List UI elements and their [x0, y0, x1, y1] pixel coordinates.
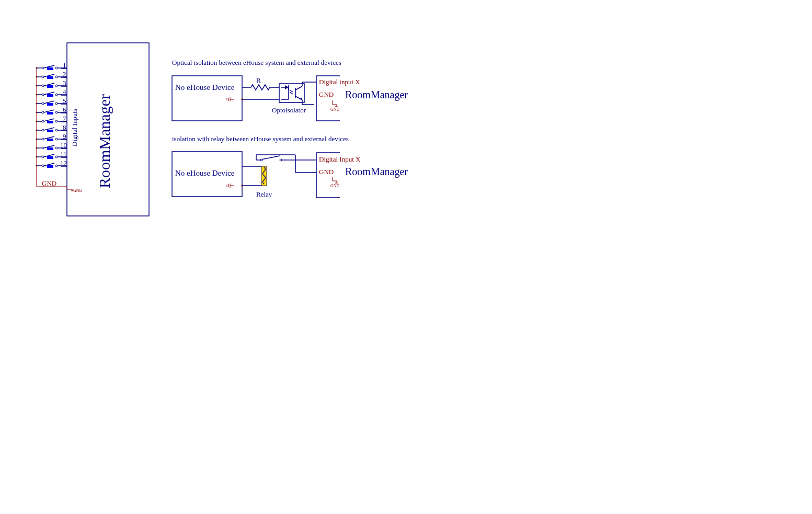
- switch-row: 10: [36, 141, 67, 150]
- gnd-small: GND: [73, 188, 83, 193]
- pin-number: 5: [63, 97, 66, 105]
- switch-icon: [47, 76, 53, 79]
- switch-row: 11: [36, 150, 67, 159]
- relay-rm-title: RoomManager: [345, 166, 408, 178]
- pin-number: 11: [60, 150, 67, 158]
- switch-icon: [47, 165, 53, 168]
- svg-point-24: [42, 94, 44, 96]
- svg-point-68: [55, 147, 58, 149]
- switch-icon: [47, 103, 53, 106]
- opto-component-label: Optoisolator: [272, 106, 306, 114]
- switch-icon: [47, 67, 53, 70]
- roommanager-title: RoomManager: [96, 94, 113, 188]
- svg-rect-91: [172, 76, 242, 121]
- pin-number: 8: [63, 123, 66, 131]
- digital-inputs-label: Digital Inputs: [71, 109, 78, 146]
- svg-point-47: [55, 120, 58, 122]
- switch-icon: [47, 112, 53, 115]
- switch-icon: [47, 94, 53, 97]
- svg-point-38: [42, 111, 44, 113]
- gnd-label: GND: [42, 179, 56, 187]
- opto-rm-title: RoomManager: [345, 89, 408, 101]
- switch-icon: [47, 139, 53, 141]
- switch-row: 6: [36, 106, 67, 115]
- svg-point-45: [42, 120, 44, 122]
- svg-point-82: [55, 165, 58, 167]
- svg-point-40: [55, 111, 58, 113]
- roommanager-main-block: RoomManager Digital Inputs 1234567891011…: [36, 43, 149, 216]
- relay-pin-label: Digital Input X: [319, 155, 361, 163]
- svg-line-107: [290, 92, 293, 94]
- opto-gnd-small: GND: [330, 107, 340, 112]
- svg-line-106: [290, 90, 293, 92]
- relay-component-label: Relay: [256, 190, 272, 198]
- svg-marker-102: [285, 85, 289, 89]
- pin-number: 1: [63, 61, 66, 69]
- switch-row: 12: [36, 159, 67, 168]
- switch-row: 8: [36, 123, 67, 132]
- schematic-diagram: RoomManager Digital Inputs 1234567891011…: [0, 0, 812, 514]
- svg-point-75: [55, 156, 58, 158]
- relay-device-label: No eHouse Device: [175, 169, 235, 177]
- svg-point-66: [42, 147, 44, 149]
- switch-row: 3: [36, 79, 67, 88]
- svg-point-19: [55, 85, 58, 87]
- switch-row: 9: [36, 132, 67, 141]
- switch-row: 2: [36, 70, 67, 79]
- switch-row: 7: [36, 115, 67, 123]
- relay-gnd-label: GND: [319, 168, 334, 176]
- opto-caption: Optical isolation between eHouse system …: [172, 59, 341, 66]
- opto-device-label: No eHouse Device: [175, 83, 235, 92]
- svg-line-109: [295, 86, 302, 90]
- svg-point-5: [55, 67, 58, 69]
- svg-point-59: [42, 138, 44, 140]
- switch-row: 1: [36, 61, 67, 70]
- svg-point-10: [42, 76, 44, 78]
- svg-point-33: [55, 102, 58, 105]
- opto-section: Optical isolation between eHouse system …: [172, 59, 408, 121]
- svg-point-31: [42, 102, 44, 105]
- pin-number: 3: [63, 79, 66, 87]
- pin-number: 6: [63, 106, 66, 113]
- switch-icon: [47, 121, 53, 123]
- switch-icon: [47, 130, 53, 132]
- pin-number: 7: [63, 115, 66, 122]
- svg-point-73: [42, 156, 44, 158]
- opto-gnd-label: GND: [319, 90, 334, 98]
- switch-icon: [47, 156, 53, 159]
- svg-point-54: [55, 129, 58, 131]
- switch-icon: [47, 85, 53, 88]
- svg-point-61: [55, 138, 58, 140]
- svg-point-80: [42, 165, 44, 167]
- switch-row: 5: [36, 97, 67, 106]
- switch-row: 4: [36, 88, 67, 97]
- svg-point-26: [55, 94, 58, 96]
- pin-number: 9: [63, 132, 66, 140]
- switch-icon: [47, 147, 53, 150]
- svg-point-17: [42, 85, 44, 87]
- relay-caption: isolation with relay between eHouse syst…: [172, 135, 349, 143]
- pin-number: 4: [63, 88, 66, 96]
- relay-gnd-small: GND: [330, 184, 340, 188]
- opto-pin-label: Digital input X: [319, 78, 360, 86]
- pin-number: 12: [60, 159, 67, 167]
- svg-point-52: [42, 129, 44, 131]
- svg-line-129: [261, 156, 280, 159]
- svg-point-12: [55, 76, 58, 78]
- relay-section: isolation with relay between eHouse syst…: [172, 135, 408, 198]
- resistor-label: R: [256, 76, 261, 84]
- pin-number: 2: [63, 70, 66, 78]
- pin-number: 10: [60, 141, 67, 149]
- svg-point-3: [42, 67, 44, 69]
